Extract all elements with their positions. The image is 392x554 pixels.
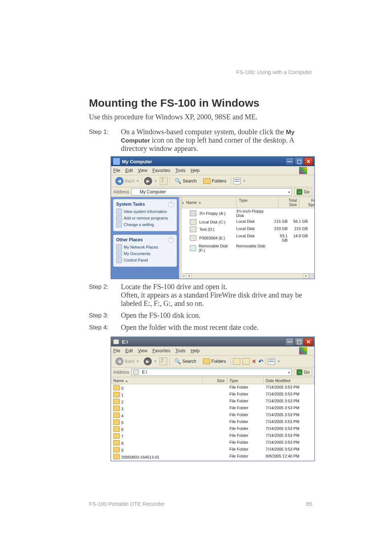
other-places-title: Other Places [116,237,143,242]
folders-icon [203,358,210,364]
file-row[interactable]: 9File Folder7/14/2005 3:53 PM [111,446,314,453]
place-my-network-places[interactable]: My Network Places [116,244,174,250]
address-dropdown-icon[interactable]: ▾ [288,190,290,194]
column-free-space[interactable]: Free Space [299,197,314,208]
address-dropdown-icon[interactable]: ▾ [288,370,290,374]
step4-label: Step 4: [89,323,121,332]
up-button[interactable]: ⮥ [159,357,167,365]
undo-button[interactable]: ↶ [258,358,263,365]
menu-tools[interactable]: Tools [175,168,185,173]
file-row[interactable]: logFile Folder8/3/2005 4:47 PM [111,460,314,461]
go-button[interactable]: → Go [294,188,312,196]
my-computer-window: My Computer — ▢ ✕ File Edit View Favorit… [111,156,315,279]
place-my-documents[interactable]: My Documents [116,251,174,257]
collapse-icon[interactable]: ˄ [168,201,174,207]
menu-help[interactable]: Help [191,348,200,353]
collapse-icon[interactable]: ˄ [168,237,174,243]
titlebar[interactable]: My Computer — ▢ ✕ [111,157,314,166]
delete-button[interactable]: ✕ [252,358,256,364]
folders-button[interactable]: Folders [201,358,228,365]
sidebar-scrollbar[interactable] [179,197,182,279]
addressbar: Address E:\ ▾ → Go [111,368,314,377]
minimize-button[interactable]: — [285,157,294,165]
drive-row[interactable]: 3½ Floppy (A:)3½-Inch Floppy Disk [188,208,314,218]
sort-asc-icon: ▲ [198,201,201,204]
drive-row[interactable]: Local Disk (C:)Local Disk115 GB58.1 GB [188,218,314,226]
column-type[interactable]: Type [237,197,278,208]
drive-row[interactable]: Removable Disk (F:)Removable Disk [188,243,314,253]
titlebar[interactable]: E:\ — ▢ ✕ [111,337,314,346]
folders-button[interactable]: Folders [201,177,229,185]
folder-icon [113,392,120,397]
menu-view[interactable]: View [138,168,147,173]
step2-label: Step 2: [89,283,121,308]
drive-icon [190,245,196,251]
forward-button[interactable]: ► [144,177,152,185]
step3-body: Open the FS-100 disk icon. [121,311,312,320]
menu-file[interactable]: File [113,348,120,353]
file-row[interactable]: 1File Folder7/14/2005 3:53 PM [111,391,314,398]
menu-view[interactable]: View [138,348,147,353]
up-button[interactable]: ⮥ [160,177,168,185]
column-date-modified[interactable]: Date Modified [264,377,314,384]
drive-icon [190,226,196,232]
horizontal-scrollbar[interactable]: ▾ ◂ ▸ [182,273,314,279]
column-size[interactable]: Size [203,377,227,384]
minimize-button[interactable]: — [285,338,294,346]
menu-favorites[interactable]: Favorites [152,348,170,353]
file-row[interactable]: 8File Folder7/14/2005 3:53 PM [111,439,314,446]
forward-button[interactable]: ► [144,357,152,365]
copy-to-button[interactable] [242,358,250,365]
system-tasks-title: System Tasks [116,202,145,207]
address-field[interactable]: My Computer ▾ [131,188,292,196]
search-button[interactable]: 🔍 Search [172,357,199,365]
task-add-remove-programs[interactable]: Add or remove programs [116,215,174,221]
file-row[interactable]: 0File Folder7/14/2005 3:53 PM [111,384,314,391]
menu-tools[interactable]: Tools [175,348,185,353]
folder-icon [113,454,120,459]
close-button[interactable]: ✕ [304,157,313,165]
close-button[interactable]: ✕ [304,338,313,346]
menu-help[interactable]: Help [191,168,200,173]
search-button[interactable]: 🔍 Search [172,177,199,185]
views-button[interactable] [268,358,275,365]
drive-row[interactable]: P3083004 (E:)Local Disk93.1 GB14.9 GB [188,233,314,243]
menu-edit[interactable]: Edit [125,168,133,173]
column-total-size[interactable]: Total Size [278,197,299,208]
back-button[interactable]: ◄ Back ▼ [113,176,142,186]
folder-icon [113,385,120,390]
task-change-setting[interactable]: Change a setting [116,222,174,227]
windows-logo-icon [299,347,307,354]
scroll-down-icon[interactable]: ▾ [182,274,186,278]
other-places-pane: Other Places ˄ My Network Places My Docu… [113,235,177,267]
address-field[interactable]: E:\ ▾ [131,369,292,376]
listview: ▴ Name ▲ Type Total Size Free Space Comm… [182,197,314,279]
column-name[interactable]: Name ▲ [111,377,203,384]
step1-body: On a Windows-based computer system, doub… [121,128,312,153]
column-name[interactable]: Name ▲ [184,197,237,208]
folder-icon [113,440,120,446]
scroll-right-button[interactable]: ▸ [303,274,309,279]
menu-file[interactable]: File [113,168,120,173]
menu-edit[interactable]: Edit [125,348,133,353]
place-control-panel[interactable]: Control Panel [116,257,174,263]
file-row[interactable]: 6File Folder7/14/2005 3:53 PM [111,426,314,432]
views-button[interactable] [233,178,241,184]
maximize-button[interactable]: ▢ [295,338,303,346]
file-row[interactable]: 2File Folder7/14/2005 3:53 PM [111,398,314,405]
menu-favorites[interactable]: Favorites [152,168,170,173]
file-row[interactable]: 4File Folder7/14/2005 3:53 PM [111,412,314,419]
step3-label: Step 3: [89,311,121,320]
drive-row[interactable]: Test (D:)Local Disk233 GB215 GB [188,226,314,233]
file-row[interactable]: 3File Folder7/14/2005 3:53 PM [111,405,314,412]
move-to-button[interactable] [233,358,240,365]
task-view-system-info[interactable]: View system information [116,209,174,214]
maximize-button[interactable]: ▢ [295,157,303,165]
file-row[interactable]: 5File Folder7/14/2005 3:53 PM [111,419,314,426]
back-button[interactable]: ◄ Back ▼ [113,357,142,366]
scroll-left-button[interactable]: ◂ [186,274,192,279]
file-row[interactable]: 20050803-164513-01File Folder8/8/2005 12… [111,453,314,460]
column-type[interactable]: Type [227,377,264,384]
go-button[interactable]: → Go [294,369,312,376]
file-row[interactable]: 7File Folder7/14/2005 3:53 PM [111,432,314,439]
